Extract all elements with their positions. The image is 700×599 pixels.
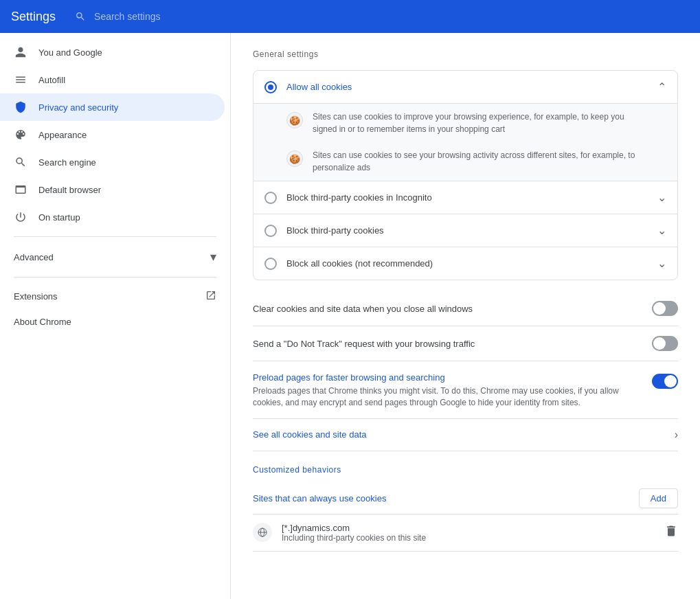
radio-block-incognito-input[interactable] bbox=[264, 192, 277, 204]
radio-allow-all-label: Allow all cookies bbox=[286, 82, 657, 92]
search-input[interactable] bbox=[94, 11, 689, 22]
preload-title: Preload pages for faster browsing and se… bbox=[253, 372, 641, 383]
radio-block-third-party-input[interactable] bbox=[264, 225, 277, 237]
radio-block-all-label: Block all cookies (not recommended) bbox=[286, 258, 657, 269]
ext-right bbox=[205, 290, 216, 303]
sidebar-item-label: Privacy and security bbox=[38, 102, 118, 113]
sites-always-label: Sites that can always use cookies bbox=[253, 493, 386, 504]
extensions-label: Extensions bbox=[14, 291, 58, 302]
sidebar-item-privacy[interactable]: Privacy and security bbox=[0, 93, 225, 121]
search-nav-icon bbox=[14, 155, 27, 169]
do-not-track-label: Send a "Do Not Track" request with your … bbox=[253, 339, 652, 349]
site-entry-row: [*.]dynamics.com Including third-party c… bbox=[253, 515, 678, 552]
see-all-cookies-row[interactable]: See all cookies and site data › bbox=[253, 419, 678, 451]
site-sub: Including third-party cookies on this si… bbox=[282, 533, 655, 543]
sidebar-item-autofill[interactable]: Autofill bbox=[0, 66, 225, 93]
radio-block-third-party-label: Block third-party cookies bbox=[286, 225, 657, 236]
person-icon bbox=[14, 45, 27, 59]
cookie-icon-1: 🍪 bbox=[286, 112, 303, 128]
preload-label: Preload pages for faster browsing and se… bbox=[253, 372, 652, 409]
preload-toggle[interactable] bbox=[652, 374, 678, 389]
sidebar-item-label: Search engine bbox=[38, 157, 96, 168]
main-content: General settings Allow all cookies ⌃ 🍪 S… bbox=[231, 33, 700, 599]
toggle-preload[interactable]: Preload pages for faster browsing and se… bbox=[253, 361, 678, 418]
chevron-right-icon: › bbox=[675, 429, 678, 441]
browser-icon bbox=[14, 183, 27, 196]
radio-block-all-input[interactable] bbox=[264, 258, 277, 270]
cookie-icon-2: 🍪 bbox=[286, 150, 303, 167]
radio-block-incognito-label: Block third-party cookies in Incognito bbox=[286, 192, 657, 203]
delete-site-button[interactable] bbox=[664, 524, 678, 541]
preload-sub: Preloads pages that Chrome thinks you mi… bbox=[253, 385, 641, 409]
search-icon bbox=[75, 11, 86, 22]
sidebar-divider-2 bbox=[14, 277, 216, 278]
about-label: About Chrome bbox=[14, 317, 71, 327]
sidebar: You and Google Autofill Privacy and secu… bbox=[0, 33, 231, 599]
sidebar-item-about[interactable]: About Chrome bbox=[0, 310, 225, 334]
clear-cookies-toggle[interactable] bbox=[652, 301, 678, 316]
palette-icon bbox=[14, 128, 27, 142]
chevron-down-icon: ▾ bbox=[210, 249, 216, 264]
chevron-down-icon-2: ⌄ bbox=[657, 191, 666, 204]
general-settings-title: General settings bbox=[253, 49, 678, 59]
allow-sub-text-1: Sites can use cookies to improve your br… bbox=[313, 111, 644, 135]
settings-title: Settings bbox=[11, 10, 67, 24]
customized-behaviors-title: Customized behaviors bbox=[253, 465, 678, 475]
chevron-down-icon-4: ⌄ bbox=[657, 257, 666, 270]
sites-always-header: Sites that can always use cookies Add bbox=[253, 483, 678, 515]
external-link-icon bbox=[205, 290, 216, 303]
extensions-row[interactable]: Extensions bbox=[0, 283, 230, 310]
header: Settings bbox=[0, 0, 700, 33]
shield-icon bbox=[14, 100, 27, 114]
sidebar-item-appearance[interactable]: Appearance bbox=[0, 121, 225, 148]
advanced-section[interactable]: Advanced ▾ bbox=[0, 242, 230, 271]
radio-allow-all[interactable]: Allow all cookies ⌃ bbox=[253, 71, 677, 104]
sidebar-item-label: Autofill bbox=[38, 75, 65, 85]
add-button[interactable]: Add bbox=[639, 488, 678, 508]
see-all-cookies-label: See all cookies and site data bbox=[253, 429, 367, 440]
layout: You and Google Autofill Privacy and secu… bbox=[0, 33, 700, 599]
toggle-do-not-track[interactable]: Send a "Do Not Track" request with your … bbox=[253, 326, 678, 361]
do-not-track-toggle[interactable] bbox=[652, 336, 678, 351]
sidebar-item-label: On startup bbox=[38, 212, 80, 223]
radio-block-third-party[interactable]: Block third-party cookies ⌄ bbox=[253, 214, 677, 247]
site-name: [*.]dynamics.com bbox=[282, 523, 655, 533]
radio-block-incognito[interactable]: Block third-party cookies in Incognito ⌄ bbox=[253, 181, 677, 214]
chevron-down-icon-3: ⌄ bbox=[657, 224, 666, 237]
sidebar-item-label: Appearance bbox=[38, 130, 87, 140]
allow-sub-item-1: 🍪 Sites can use cookies to improve your … bbox=[253, 104, 677, 142]
cookie-options-card: Allow all cookies ⌃ 🍪 Sites can use cook… bbox=[253, 70, 678, 280]
sidebar-item-you-and-google[interactable]: You and Google bbox=[0, 38, 225, 66]
toggle-clear-cookies[interactable]: Clear cookies and site data when you clo… bbox=[253, 291, 678, 326]
sidebar-item-default-browser[interactable]: Default browser bbox=[0, 176, 225, 203]
power-icon bbox=[14, 210, 27, 224]
sidebar-item-label: Default browser bbox=[38, 185, 101, 195]
autofill-icon bbox=[14, 73, 27, 87]
sidebar-item-label: You and Google bbox=[38, 47, 102, 58]
site-info: [*.]dynamics.com Including third-party c… bbox=[282, 523, 655, 543]
clear-cookies-label: Clear cookies and site data when you clo… bbox=[253, 304, 652, 314]
allow-all-expanded: 🍪 Sites can use cookies to improve your … bbox=[253, 104, 677, 181]
sidebar-item-search-engine[interactable]: Search engine bbox=[0, 148, 225, 176]
sidebar-item-on-startup[interactable]: On startup bbox=[0, 203, 225, 231]
radio-block-all[interactable]: Block all cookies (not recommended) ⌄ bbox=[253, 247, 677, 280]
radio-allow-all-input[interactable] bbox=[264, 81, 277, 93]
chevron-up-icon: ⌃ bbox=[657, 80, 666, 93]
allow-sub-text-2: Sites can use cookies to see your browsi… bbox=[313, 149, 644, 174]
allow-sub-item-2: 🍪 Sites can use cookies to see your brow… bbox=[253, 142, 677, 181]
sidebar-divider bbox=[14, 236, 216, 237]
site-icon bbox=[253, 523, 272, 542]
advanced-label: Advanced bbox=[14, 252, 54, 262]
